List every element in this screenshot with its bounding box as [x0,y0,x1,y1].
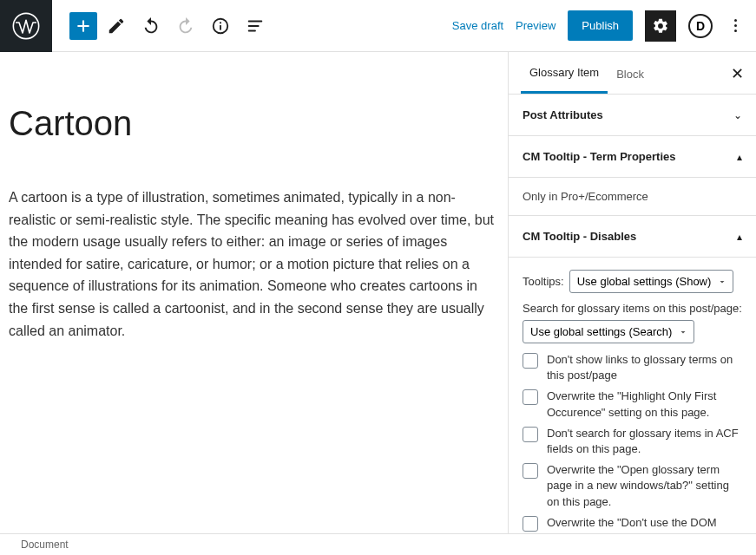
list-view-icon[interactable] [240,10,271,42]
svg-rect-3 [220,25,221,30]
chevron-down-icon: ⌄ [733,109,742,121]
breadcrumb-label: Document [21,539,69,551]
settings-sidebar: Glossary Item Block ✕ Post Attributes ⌄ … [508,52,756,533]
post-content[interactable]: A cartoon is a type of illustration, som… [9,186,495,342]
term-properties-note: Only in Pro+/Ecommerce [509,178,756,216]
panel-title: CM Tooltip - Disables [523,230,636,243]
tooltips-select[interactable]: Use global settings (Show) [569,270,733,293]
cb-label: Overwrite the "Highlight Only First Occu… [547,388,742,420]
panel-post-attributes[interactable]: Post Attributes ⌄ [509,95,756,136]
tooltips-label: Tooltips: [523,275,564,288]
panel-title: Post Attributes [523,108,603,121]
cb-highlight-first[interactable] [523,389,538,405]
editor-canvas[interactable]: Cartoon A cartoon is a type of illustrat… [0,52,508,533]
svg-point-0 [13,13,38,38]
cb-acf-fields[interactable] [523,427,538,442]
toolbar-left [52,10,452,42]
settings-button[interactable] [645,10,676,42]
search-select[interactable]: Use global settings (Search) [523,320,694,343]
cb-label: Overwrite the "Open glossary term page i… [547,462,742,510]
cb-label: Overwrite the "Don't use the DOM parser … [547,515,742,533]
more-options-button[interactable] [725,19,746,32]
post-title[interactable]: Cartoon [9,104,499,143]
add-block-button[interactable] [69,12,97,40]
panel-term-properties[interactable]: CM Tooltip - Term Properties ▴ [509,136,756,178]
wordpress-logo[interactable] [0,0,52,52]
editor-topbar: Save draft Preview Publish D [0,0,756,52]
sidebar-tabs: Glossary Item Block ✕ [509,52,756,95]
cb-label: Don't search for glossary items in ACF f… [547,426,742,457]
chevron-up-icon: ▴ [737,231,742,243]
main: Cartoon A cartoon is a type of illustrat… [0,52,756,533]
chevron-up-icon: ▴ [737,151,742,163]
tab-block[interactable]: Block [608,54,653,93]
svg-point-2 [220,22,221,23]
edit-icon[interactable] [101,10,132,42]
preview-button[interactable]: Preview [516,19,555,32]
save-draft-button[interactable]: Save draft [452,19,503,32]
panel-disables[interactable]: CM Tooltip - Disables ▴ [509,216,756,258]
cb-dom-parser[interactable] [523,516,538,532]
footer-breadcrumb[interactable]: Document [0,533,756,555]
disables-body: Tooltips: Use global settings (Show) Sea… [509,258,756,533]
cb-label: Don't show links to glossary terms on th… [547,352,742,383]
info-icon[interactable] [205,10,236,42]
search-label: Search for glossary items on this post/p… [523,302,742,315]
cb-open-new-tab[interactable] [523,463,538,479]
panel-title: CM Tooltip - Term Properties [523,150,675,163]
close-sidebar-button[interactable]: ✕ [731,64,744,83]
toolbar-right: Save draft Preview Publish D [452,10,756,42]
cb-dont-show-links[interactable] [523,353,538,369]
tab-glossary-item[interactable]: Glossary Item [521,52,608,94]
undo-button[interactable] [135,10,167,42]
d-circle-icon[interactable]: D [688,14,713,38]
publish-button[interactable]: Publish [568,10,633,41]
redo-button [170,10,201,42]
